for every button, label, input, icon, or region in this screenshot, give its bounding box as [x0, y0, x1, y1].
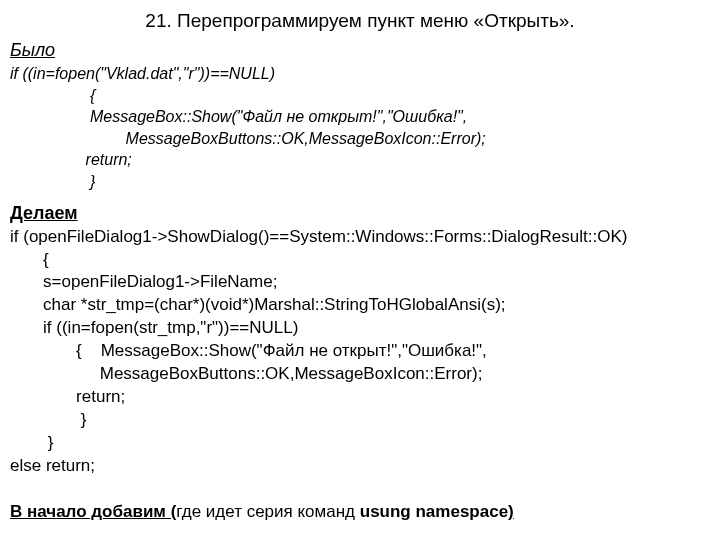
- do-heading: Делаем: [10, 203, 710, 224]
- do-code: if (openFileDialog1->ShowDialog()==Syste…: [10, 226, 710, 478]
- was-code: if ((in=fopen("Vklad.dat","r"))==NULL) {…: [10, 63, 710, 193]
- add-note-prefix: В начало добавим (: [10, 502, 176, 521]
- add-note: В начало добавим (где идет серия команд …: [10, 502, 710, 522]
- add-note-suffix: ): [508, 502, 514, 521]
- was-heading: Было: [10, 40, 710, 61]
- step-title: 21. Перепрограммируем пункт меню «Открыт…: [10, 10, 710, 32]
- add-note-middle: где идет серия команд: [176, 502, 359, 521]
- document-page: 21. Перепрограммируем пункт меню «Открыт…: [0, 0, 720, 540]
- add-note-bold: usung namespace: [360, 502, 508, 521]
